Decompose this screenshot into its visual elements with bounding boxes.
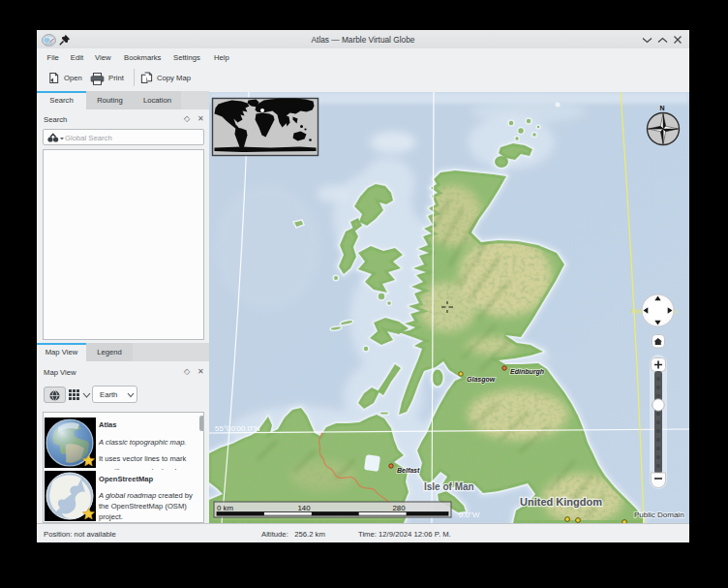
svg-text:0.0"W: 0.0"W [459,511,480,519]
svg-text:55°00'00.0"N: 55°00'00.0"N [215,424,260,433]
svg-text:Edinburgh: Edinburgh [510,368,544,376]
svg-text:Belfast: Belfast [397,467,420,474]
svg-text:United Kingdom: United Kingdom [520,496,602,508]
svg-text:0 km: 0 km [217,504,233,512]
svg-text:N: N [660,105,665,111]
svg-text:280: 280 [392,504,406,512]
svg-text:140: 140 [297,504,311,512]
svg-text:Isle of Man: Isle of Man [424,481,474,492]
svg-text:Public Domain: Public Domain [634,511,684,519]
svg-text:Glasgow: Glasgow [467,376,496,384]
